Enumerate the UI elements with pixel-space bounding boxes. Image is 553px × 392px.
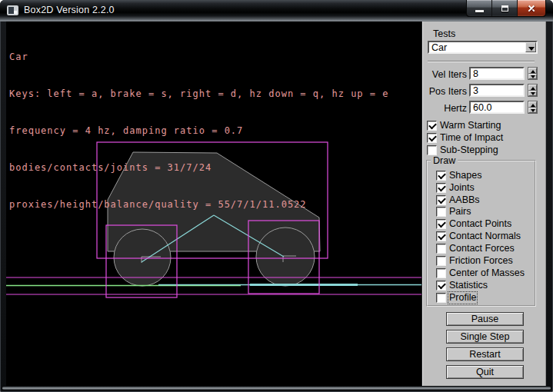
warm-starting-label: Warm Starting <box>440 121 501 131</box>
pos-iters-spin-up[interactable] <box>528 85 537 91</box>
vel-iters-label: Vel Iters <box>425 69 467 80</box>
titlebar[interactable]: Box2D Version 2.2.0 <box>0 0 553 22</box>
tests-dropdown-button[interactable] <box>525 42 536 52</box>
control-panel: Tests Car Vel Iters Pos Iters Hertz <box>421 22 546 386</box>
close-icon <box>527 4 536 13</box>
minimize-icon <box>475 10 484 12</box>
hud-stats-line: bodies/contacts/joints = 31/7/24 <box>9 161 388 174</box>
time-of-impact-checkbox[interactable] <box>427 133 437 143</box>
window-title: Box2D Version 2.2.0 <box>24 5 115 15</box>
chevron-down-icon <box>528 47 535 51</box>
restart-button[interactable]: Restart <box>446 347 524 361</box>
hud-test-name: Car <box>9 51 388 63</box>
hertz-label: Hertz <box>425 103 467 114</box>
draw-friction-forces-label: Friction Forces <box>449 256 513 266</box>
pos-iters-spin-down[interactable] <box>528 91 537 97</box>
draw-contact-points-checkbox[interactable] <box>436 219 446 229</box>
window-frame-shine <box>2 387 551 390</box>
draw-pairs-label: Pairs <box>449 207 471 217</box>
draw-shapes-label: Shapes <box>449 171 481 181</box>
draw-joints-label: Joints <box>449 183 475 193</box>
spinner-up-icon <box>531 104 535 107</box>
box2d-window: Box2D Version 2.2.0 <box>0 0 553 392</box>
vel-iters-input[interactable] <box>469 67 525 80</box>
draw-contact-forces-checkbox[interactable] <box>436 244 446 254</box>
spinner-down-icon <box>531 109 535 112</box>
minimize-button[interactable] <box>467 0 492 16</box>
quit-button[interactable]: Quit <box>446 365 524 379</box>
sub-stepping-checkbox[interactable] <box>427 145 437 155</box>
single-step-button[interactable]: Single Step <box>446 330 524 344</box>
warm-starting-checkbox[interactable] <box>427 121 437 131</box>
spinner-down-icon <box>531 75 535 78</box>
hertz-input[interactable] <box>469 101 525 114</box>
maximize-icon <box>501 5 508 12</box>
pause-button[interactable]: Pause <box>446 312 524 326</box>
separator <box>428 61 535 62</box>
draw-friction-forces-checkbox[interactable] <box>436 256 446 266</box>
draw-profile-checkbox[interactable] <box>436 293 446 303</box>
tests-label: Tests <box>433 28 455 39</box>
vel-iters-spin-up[interactable] <box>528 68 537 74</box>
draw-contact-points-label: Contact Points <box>449 219 511 229</box>
pos-iters-input[interactable] <box>469 84 525 97</box>
app-icon <box>7 5 18 15</box>
draw-joints-checkbox[interactable] <box>436 183 446 193</box>
hud-proxy-line: proxies/height/balance/quality = 55/7/1/… <box>9 198 388 211</box>
draw-contact-forces-label: Contact Forces <box>449 244 515 254</box>
draw-shapes-checkbox[interactable] <box>436 171 446 181</box>
tests-dropdown[interactable]: Car <box>428 41 538 54</box>
draw-contact-normals-checkbox[interactable] <box>436 231 446 241</box>
window-controls <box>466 0 546 17</box>
close-button[interactable] <box>518 0 545 16</box>
spinner-up-icon <box>531 70 535 73</box>
hud-keys-line: Keys: left = a, brake = s, right = d, hz… <box>9 88 388 100</box>
tests-selected-value: Car <box>431 42 447 53</box>
time-of-impact-label: Time of Impact <box>440 133 503 143</box>
draw-group-label: Draw <box>431 155 458 166</box>
draw-statistics-label: Statistics <box>449 281 488 291</box>
app-icon-dot <box>14 11 17 14</box>
hertz-spinner <box>528 101 538 114</box>
draw-aabbs-checkbox[interactable] <box>436 195 446 205</box>
hertz-spin-up[interactable] <box>528 101 537 108</box>
draw-pairs-checkbox[interactable] <box>436 207 446 217</box>
draw-center-of-masses-checkbox[interactable] <box>436 268 446 278</box>
sub-stepping-label: Sub-Stepping <box>440 145 498 155</box>
simulation-canvas[interactable]: Car Keys: left = a, brake = s, right = d… <box>6 22 421 386</box>
draw-aabbs-label: AABBs <box>449 195 480 205</box>
pos-iters-spinner <box>528 84 538 97</box>
pos-iters-label: Pos Iters <box>425 86 467 97</box>
control-panel-content: Tests Car Vel Iters Pos Iters Hertz <box>425 22 545 386</box>
hertz-spin-down[interactable] <box>528 108 537 114</box>
vel-iters-spin-down[interactable] <box>528 74 537 80</box>
draw-profile-label: Profile <box>449 293 476 303</box>
maximize-button[interactable] <box>492 0 518 16</box>
draw-statistics-checkbox[interactable] <box>436 281 446 291</box>
spinner-up-icon <box>531 87 535 90</box>
hud-freq-line: frequency = 4 hz, damping ratio = 0.7 <box>9 125 388 137</box>
draw-center-of-masses-label: Center of Masses <box>449 268 525 278</box>
vel-iters-spinner <box>528 67 538 80</box>
draw-contact-normals-label: Contact Normals <box>449 231 521 241</box>
debug-text: Car Keys: left = a, brake = s, right = d… <box>9 26 388 235</box>
app-icon-inner <box>8 7 14 14</box>
spinner-down-icon <box>531 92 535 95</box>
